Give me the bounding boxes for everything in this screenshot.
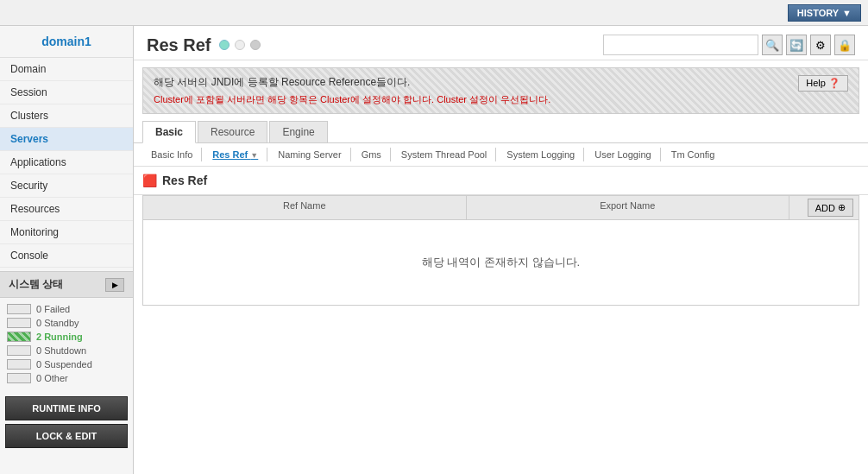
sidebar-item-monitoring[interactable]: Monitoring <box>0 221 133 244</box>
search-input[interactable] <box>603 35 758 55</box>
domain-title[interactable]: domain1 <box>0 26 133 58</box>
sidebar-item-applications[interactable]: Applications <box>0 151 133 174</box>
table-wrapper: Ref Name Export Name ADD ⊕ 해당 내역이 존재하지 않… <box>142 195 859 306</box>
status-count-shutdown: 0 Shutdown <box>36 345 86 356</box>
history-label: HISTORY <box>797 8 839 18</box>
settings-button[interactable]: ⚙ <box>810 35 831 55</box>
dot-green <box>219 40 230 50</box>
status-suspended: 0 Suspended <box>7 357 126 371</box>
dot-yellow <box>235 40 245 50</box>
info-banner: 해당 서버의 JNDI에 등록할 Resource Reference들이다. … <box>142 67 859 114</box>
sidebar: domain1 Domain Session Clusters Servers … <box>0 26 134 474</box>
table-head: Ref Name Export Name ADD ⊕ <box>143 196 859 220</box>
sidebar-item-resources[interactable]: Resources <box>0 198 133 221</box>
tabs-container: Basic Resource Engine <box>134 121 868 143</box>
system-status-label: 시스템 상태 <box>9 277 63 292</box>
status-box-shutdown <box>7 345 31 356</box>
sub-nav-gms[interactable]: Gms <box>353 148 391 161</box>
lock-button[interactable]: 🔒 <box>834 35 855 55</box>
tab-basic[interactable]: Basic <box>142 121 196 143</box>
add-btn-area: ADD ⊕ <box>789 196 859 219</box>
content-header: Res Ref 🔍 🔄 ⚙ 🔒 <box>134 26 868 60</box>
status-count-running: 2 Running <box>36 332 83 342</box>
banner-warn-text: Cluster에 포함될 서버라면 해당 항목은 Cluster에 설정해야 합… <box>154 93 550 106</box>
system-status-header: 시스템 상태 ▶ <box>0 271 133 298</box>
tab-engine[interactable]: Engine <box>269 121 327 142</box>
section-title-area: 🟥 Res Ref <box>134 167 868 195</box>
col-ref-name: Ref Name <box>143 196 467 219</box>
search-button[interactable]: 🔍 <box>762 35 783 55</box>
sub-nav-user-logging[interactable]: User Logging <box>586 148 660 161</box>
sidebar-item-session[interactable]: Session <box>0 81 133 104</box>
status-box-other <box>7 373 31 383</box>
status-failed: 0 Failed <box>7 302 126 316</box>
add-icon: ⊕ <box>838 202 846 213</box>
table-area: Ref Name Export Name ADD ⊕ 해당 내역이 존재하지 않… <box>134 195 868 306</box>
status-other: 0 Other <box>7 371 126 385</box>
system-status-toggle[interactable]: ▶ <box>105 278 124 292</box>
empty-message: 해당 내역이 존재하지 않습니다. <box>143 220 859 305</box>
history-arrow: ▼ <box>842 8 852 18</box>
lock-edit-button[interactable]: LOCK & EDIT <box>5 424 128 448</box>
top-bar: HISTORY ▼ <box>0 0 868 26</box>
status-standby: 0 Standby <box>7 316 126 330</box>
status-box-suspended <box>7 359 31 370</box>
status-box-running <box>7 332 31 342</box>
history-button[interactable]: HISTORY ▼ <box>788 4 861 22</box>
page-title: Res Ref <box>147 35 211 55</box>
sub-nav-tm-config[interactable]: Tm Config <box>663 148 724 161</box>
runtime-info-button[interactable]: RUNTIME INFO <box>5 396 128 420</box>
refresh-button[interactable]: 🔄 <box>786 35 807 55</box>
sidebar-item-servers[interactable]: Servers <box>0 128 133 151</box>
sub-nav: Basic Info Res Ref ▼ Naming Server Gms S… <box>134 143 868 167</box>
sub-nav-basic-info[interactable]: Basic Info <box>142 148 202 161</box>
status-list: 0 Failed 0 Standby 2 Running 0 Shutdown … <box>0 298 133 389</box>
status-box-standby <box>7 318 31 328</box>
sidebar-item-domain[interactable]: Domain <box>0 58 133 81</box>
status-count-suspended: 0 Suspended <box>36 359 92 370</box>
main-layout: domain1 Domain Session Clusters Servers … <box>0 26 868 474</box>
help-button[interactable]: Help ❓ <box>798 75 848 92</box>
status-count-failed: 0 Failed <box>36 304 70 314</box>
content-area: Res Ref 🔍 🔄 ⚙ 🔒 해당 서버의 JNDI에 등록할 Resourc… <box>134 26 868 474</box>
status-count-standby: 0 Standby <box>36 318 79 328</box>
dot-gray <box>250 40 261 50</box>
sub-nav-res-ref[interactable]: Res Ref ▼ <box>204 148 267 161</box>
sidebar-item-security[interactable]: Security <box>0 174 133 198</box>
status-shutdown: 0 Shutdown <box>7 344 126 357</box>
section-label: Res Ref <box>162 174 207 187</box>
status-box-failed <box>7 304 31 314</box>
search-area: 🔍 🔄 ⚙ 🔒 <box>603 35 855 55</box>
sub-nav-naming-server[interactable]: Naming Server <box>269 148 350 161</box>
res-ref-dropdown-arrow: ▼ <box>250 151 258 160</box>
res-ref-icon: 🟥 <box>142 174 157 187</box>
sub-nav-system-logging[interactable]: System Logging <box>498 148 584 161</box>
status-count-other: 0 Other <box>36 373 68 383</box>
banner-main-text: 해당 서버의 JNDI에 등록할 Resource Reference들이다. <box>154 75 550 90</box>
sidebar-item-console[interactable]: Console <box>0 244 133 268</box>
sidebar-item-clusters[interactable]: Clusters <box>0 104 133 128</box>
banner-text: 해당 서버의 JNDI에 등록할 Resource Reference들이다. … <box>154 75 550 106</box>
tab-resource[interactable]: Resource <box>198 121 267 142</box>
page-title-area: Res Ref <box>147 35 261 55</box>
status-running: 2 Running <box>7 330 126 344</box>
title-dots <box>219 40 261 50</box>
tabs: Basic Resource Engine <box>142 121 859 142</box>
add-button[interactable]: ADD ⊕ <box>808 199 853 217</box>
sub-nav-system-thread-pool[interactable]: System Thread Pool <box>393 148 496 161</box>
col-export-name: Export Name <box>467 196 790 219</box>
